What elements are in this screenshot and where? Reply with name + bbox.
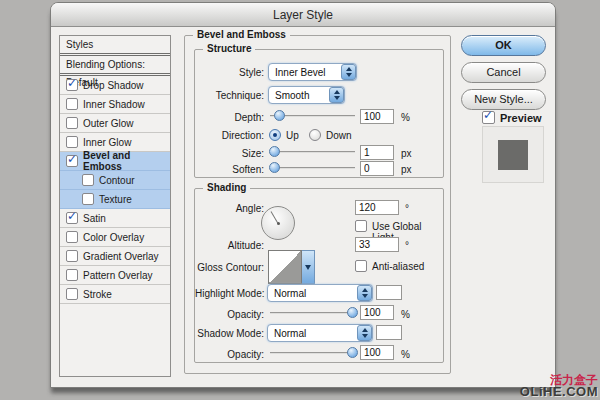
style-checkbox[interactable] bbox=[66, 117, 78, 129]
sidebar-item-label: Inner Glow bbox=[83, 137, 131, 148]
sidebar-item[interactable]: Pattern Overlay bbox=[60, 266, 170, 285]
highlight-color-swatch[interactable] bbox=[376, 285, 402, 300]
technique-label: Technique: bbox=[195, 90, 264, 101]
style-checkbox[interactable] bbox=[82, 174, 94, 186]
anti-aliased-label: Anti-aliased bbox=[372, 261, 424, 272]
sidebar-item[interactable]: Stroke bbox=[60, 285, 170, 304]
opacity1-unit: % bbox=[401, 309, 410, 320]
depth-unit: % bbox=[401, 112, 410, 123]
highlight-mode-dropdown[interactable]: Normal bbox=[267, 284, 373, 302]
dialog-body: Styles Blending Options: Default Drop Sh… bbox=[51, 28, 555, 387]
gloss-contour-picker[interactable] bbox=[268, 250, 315, 284]
sidebar-item[interactable]: Bevel and Emboss bbox=[60, 152, 170, 171]
highlight-opacity-slider[interactable] bbox=[270, 307, 355, 318]
direction-down-label: Down bbox=[326, 130, 352, 141]
slider-thumb[interactable] bbox=[347, 347, 358, 358]
depth-slider[interactable] bbox=[270, 110, 355, 121]
angle-label: Angle: bbox=[195, 203, 264, 214]
shadow-opacity-input[interactable] bbox=[360, 345, 394, 360]
style-checkbox[interactable] bbox=[66, 155, 78, 167]
style-checkbox[interactable] bbox=[82, 193, 94, 205]
sidebar-item[interactable]: Gradient Overlay bbox=[60, 247, 170, 266]
sidebar-item-label: Contour bbox=[99, 175, 135, 186]
style-checkbox[interactable] bbox=[66, 231, 78, 243]
shading-title: Shading bbox=[203, 182, 250, 193]
depth-input[interactable] bbox=[360, 109, 394, 124]
sidebar-item[interactable]: Drop Shadow bbox=[60, 76, 170, 95]
sidebar-item-label: Bevel and Emboss bbox=[83, 150, 170, 172]
technique-dropdown-value: Smooth bbox=[269, 90, 329, 101]
style-checkbox[interactable] bbox=[66, 136, 78, 148]
sidebar-items: Drop Shadow Inner Shadow Outer Glow Inne… bbox=[60, 76, 170, 304]
title-bar[interactable]: Layer Style bbox=[51, 3, 555, 27]
style-dropdown-value: Inner Bevel bbox=[269, 67, 341, 78]
soften-label: Soften: bbox=[195, 164, 264, 175]
technique-dropdown[interactable]: Smooth bbox=[268, 86, 345, 104]
altitude-input[interactable] bbox=[355, 237, 399, 252]
cancel-button[interactable]: Cancel bbox=[461, 62, 546, 83]
watermark-line2: OLiHE.COM bbox=[520, 386, 598, 398]
structure-group: Structure Style: Inner Bevel Technique: … bbox=[194, 49, 444, 178]
slider-thumb[interactable] bbox=[269, 146, 280, 157]
preview-checkbox[interactable] bbox=[482, 111, 495, 124]
dialog-title: Layer Style bbox=[273, 8, 333, 22]
shadow-mode-dropdown[interactable]: Normal bbox=[267, 324, 373, 342]
slider-thumb[interactable] bbox=[347, 307, 358, 318]
altitude-label: Altitude: bbox=[195, 240, 264, 251]
dropdown-stepper-icon bbox=[329, 87, 344, 103]
highlight-opacity-input[interactable] bbox=[360, 305, 394, 320]
slider-thumb[interactable] bbox=[274, 110, 285, 121]
shadow-color-swatch[interactable] bbox=[376, 325, 402, 340]
sidebar-item[interactable]: Color Overlay bbox=[60, 228, 170, 247]
sidebar-item[interactable]: Contour bbox=[60, 171, 170, 190]
sidebar-item[interactable]: Satin bbox=[60, 209, 170, 228]
sidebar-item[interactable]: Inner Shadow bbox=[60, 95, 170, 114]
slider-track bbox=[270, 167, 355, 169]
angle-dial[interactable] bbox=[261, 206, 295, 240]
style-label: Style: bbox=[195, 67, 264, 78]
shadow-mode-value: Normal bbox=[268, 328, 357, 339]
sidebar-item-label: Gradient Overlay bbox=[83, 251, 159, 262]
anti-aliased-checkbox[interactable] bbox=[355, 260, 367, 272]
direction-up-radio[interactable] bbox=[269, 129, 281, 141]
ok-button[interactable]: OK bbox=[461, 35, 546, 56]
sidebar-item[interactable]: Texture bbox=[60, 190, 170, 209]
sidebar-item[interactable]: Outer Glow bbox=[60, 114, 170, 133]
direction-up-label: Up bbox=[286, 130, 299, 141]
depth-label: Depth: bbox=[195, 112, 264, 123]
style-checkbox[interactable] bbox=[66, 250, 78, 262]
use-global-light-checkbox[interactable] bbox=[355, 220, 367, 232]
sidebar-item-label: Pattern Overlay bbox=[83, 270, 152, 281]
new-style-button[interactable]: New Style... bbox=[461, 89, 546, 110]
style-checkbox[interactable] bbox=[66, 98, 78, 110]
style-checkbox[interactable] bbox=[66, 212, 78, 224]
size-input[interactable] bbox=[360, 145, 394, 160]
soften-slider[interactable] bbox=[270, 162, 355, 173]
structure-title: Structure bbox=[203, 43, 255, 54]
soften-input[interactable] bbox=[360, 161, 394, 176]
style-checkbox[interactable] bbox=[66, 288, 78, 300]
style-checkbox[interactable] bbox=[66, 269, 78, 281]
preview-label: Preview bbox=[500, 112, 542, 124]
angle-unit: ° bbox=[405, 203, 409, 214]
gloss-contour-thumbnail[interactable] bbox=[268, 250, 302, 284]
gloss-contour-arrow-icon[interactable] bbox=[302, 250, 315, 284]
sidebar-item-label: Outer Glow bbox=[83, 118, 134, 129]
slider-track bbox=[270, 312, 355, 314]
soften-unit: px bbox=[401, 164, 412, 175]
gloss-contour-label: Gloss Contour: bbox=[195, 262, 264, 273]
shadow-mode-label: Shadow Mode: bbox=[195, 328, 264, 339]
dropdown-stepper-icon bbox=[341, 64, 356, 80]
panel-title: Bevel and Emboss bbox=[193, 29, 290, 40]
shadow-opacity-slider[interactable] bbox=[270, 347, 355, 358]
dropdown-stepper-icon bbox=[357, 325, 372, 341]
direction-down-radio[interactable] bbox=[309, 129, 321, 141]
sidebar-item-blending-options[interactable]: Blending Options: Default bbox=[60, 56, 170, 74]
style-dropdown[interactable]: Inner Bevel bbox=[268, 63, 357, 81]
highlight-mode-label: Highlight Mode: bbox=[195, 288, 264, 299]
slider-thumb[interactable] bbox=[269, 162, 280, 173]
size-slider[interactable] bbox=[270, 146, 355, 157]
style-checkbox[interactable] bbox=[66, 79, 78, 91]
angle-input[interactable] bbox=[355, 200, 399, 215]
sidebar-item-label: Stroke bbox=[83, 289, 112, 300]
